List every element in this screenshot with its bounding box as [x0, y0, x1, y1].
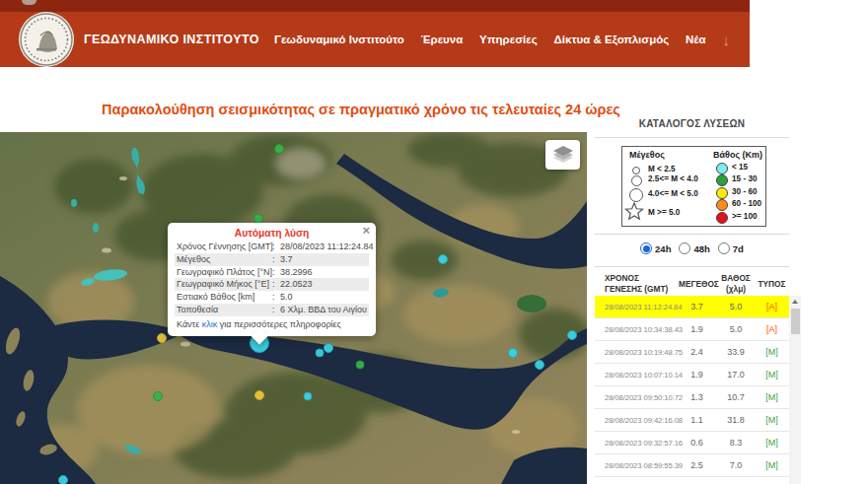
- earthquake-marker-cyan[interactable]: [59, 476, 68, 484]
- popup-more-info-link[interactable]: κλικ: [202, 319, 218, 329]
- cell-time: 28/08/2023 09:42:16.08: [605, 416, 683, 425]
- cell-time: 28/08/2023 09:50:10.72: [605, 393, 683, 402]
- popup-row-value: 6 Χλμ. ΒΒΔ του Αιγίου: [280, 304, 367, 316]
- popup-footer-text: για περισσότερες πληροφορίες: [217, 319, 341, 329]
- cell-time: 28/08/2023 10:34:38.43: [605, 325, 683, 334]
- table-row[interactable]: 28/08/2023 10:34:38.431.95.0[A]: [595, 318, 789, 341]
- radio-7d[interactable]: [718, 242, 730, 254]
- legend-depth-dot: [716, 199, 728, 211]
- cell-depth: 8.3: [715, 438, 757, 448]
- popup-row-colon: :: [272, 266, 280, 279]
- earthquake-marker-green[interactable]: [154, 392, 163, 401]
- popup-row: Τοποθεσία:6 Χλμ. ΒΒΔ του Αιγίου: [175, 304, 369, 316]
- cell-type: [M]: [757, 460, 787, 470]
- radio-48h[interactable]: [679, 242, 690, 254]
- cell-magnitude: 1.9: [679, 370, 715, 380]
- divider: [595, 234, 789, 235]
- popup-row-colon: :: [272, 241, 280, 253]
- scrollbar-up-arrow-icon[interactable]: [789, 296, 801, 308]
- popup-row-colon: :: [272, 291, 280, 304]
- earthquake-marker-cyan[interactable]: [509, 349, 518, 358]
- nav-item-1[interactable]: Γεωδυναμικό Ινστιτούτο: [274, 34, 404, 45]
- nav-scroll-down-arrow-icon[interactable]: ↓: [722, 32, 730, 48]
- cell-type: [A]: [757, 324, 787, 334]
- cell-type: [M]: [757, 347, 787, 357]
- page: ΓΕΩΔΥΝΑΜΙΚΟ ΙΝΣΤΙΤΟΥΤΟ Γεωδυναμικό Ινστι…: [0, 0, 868, 484]
- earthquake-marker-cyan[interactable]: [316, 349, 324, 357]
- cell-type: [M]: [757, 370, 787, 380]
- nav-item-5[interactable]: Νέα: [686, 34, 706, 45]
- nav-item-3[interactable]: Υπηρεσίες: [479, 34, 538, 45]
- popup-row: Χρόνος Γέννησης [GMT]:28/08/2023 11:12:2…: [175, 241, 369, 253]
- cell-depth: 5.0: [715, 302, 757, 311]
- popup-row-label: Χρόνος Γέννησης [GMT]: [177, 241, 272, 253]
- time-filter-7d[interactable]: 7d: [718, 242, 744, 254]
- popup-row-colon: :: [272, 278, 280, 291]
- map-layers-control[interactable]: [545, 140, 580, 170]
- cell-depth: 33.9: [715, 347, 757, 357]
- table-row[interactable]: 28/08/2023 09:50:10.721.310.7[M]: [595, 386, 789, 409]
- popup-row: Μέγεθος:3.7: [175, 253, 369, 266]
- nav-item-4[interactable]: Δίκτυα & Εξοπλισμός: [554, 34, 670, 45]
- table-row[interactable]: 28/08/2023 08:59:55.392.57.0[M]: [595, 454, 789, 477]
- earthquake-marker-green[interactable]: [356, 361, 364, 369]
- cell-depth: 5.0: [715, 324, 757, 334]
- earthquake-marker-cyan[interactable]: [568, 331, 577, 340]
- legend-depth-dot: [716, 174, 728, 186]
- earthquake-marker-cyan[interactable]: [439, 255, 448, 264]
- popup-row-value: 3.7: [280, 253, 293, 266]
- time-filter-label: 7d: [733, 243, 744, 254]
- time-filter-label: 48h: [693, 243, 709, 254]
- legend-depth-dot: [716, 187, 728, 199]
- popup-footer-text: Κάντε: [177, 319, 202, 329]
- page-title: Παρακολούθηση σεισμικότητας σε πραγματικ…: [0, 102, 722, 117]
- earthquake-marker-cyan[interactable]: [304, 392, 312, 400]
- cell-magnitude: 1.9: [679, 324, 715, 334]
- seismicity-map[interactable]: × Αυτόματη λύση Χρόνος Γέννησης [GMT]:28…: [0, 132, 587, 484]
- cell-type: [M]: [757, 392, 787, 402]
- earthquake-marker-cyan[interactable]: [325, 344, 333, 353]
- cell-depth: 17.0: [715, 370, 757, 380]
- earthquake-marker-cyan[interactable]: [536, 361, 544, 370]
- popup-row-value: 22.0523: [280, 278, 313, 291]
- popup-footer: Κάντε κλικ για περισσότερες πληροφορίες: [175, 316, 369, 331]
- table-row[interactable]: 28/08/2023 10:07:10.141.917.0[M]: [595, 364, 789, 386]
- table-scrollbar[interactable]: [789, 296, 801, 484]
- nav-item-2[interactable]: Έρευνα: [421, 34, 464, 45]
- legend-star-label: M >= 5.0: [648, 208, 680, 217]
- cell-type: [M]: [757, 438, 787, 448]
- cell-time: 28/08/2023 08:59:55.39: [605, 461, 683, 470]
- cell-type: [A]: [757, 302, 787, 311]
- time-filter-48h[interactable]: 48h: [679, 242, 709, 254]
- col-header-depth: ΒΑΘΟΣ (χλμ): [715, 273, 757, 294]
- table-row[interactable]: 28/08/2023 08:55:41.751.414.0[M]: [595, 477, 789, 484]
- legend-depth-label: < 15: [732, 163, 748, 172]
- institute-seal-logo[interactable]: [19, 12, 74, 67]
- cell-magnitude: 0.6: [679, 438, 715, 448]
- legend-depth-dot: [716, 212, 728, 224]
- earthquake-marker-yellow[interactable]: [255, 391, 264, 400]
- table-row[interactable]: 28/08/2023 11:12:24.843.75.0[A]: [595, 296, 789, 318]
- cell-magnitude: 2.4: [679, 347, 715, 357]
- popup-close-icon[interactable]: ×: [362, 224, 370, 237]
- time-filter-label: 24h: [655, 243, 671, 254]
- legend-depth-label: 15 - 30: [732, 174, 758, 183]
- table-row[interactable]: 28/08/2023 09:42:16.081.131.8[M]: [595, 409, 789, 432]
- cell-time: 28/08/2023 11:12:24.84: [605, 303, 682, 311]
- earthquake-marker-yellow[interactable]: [158, 334, 167, 343]
- table-header: ΧΡΟΝΟΣ ΓΕΝΕΣΗΣ (GMT) ΜΕΓΕΘΟΣ ΒΑΘΟΣ (χλμ)…: [595, 270, 789, 297]
- time-filter-group: 24h48h7d: [595, 241, 789, 256]
- legend-magnitude-label: 2.5<= M < 4.0: [648, 174, 698, 183]
- popup-row-value: 38.2996: [280, 266, 313, 279]
- radio-24h-selected[interactable]: [640, 242, 652, 254]
- popup-row-label: Εστιακό Βάθος [km]: [177, 291, 272, 304]
- table-row[interactable]: 28/08/2023 09:32:57.160.68.3[M]: [595, 432, 789, 454]
- scrollbar-thumb[interactable]: [791, 309, 800, 334]
- brand-title[interactable]: ΓΕΩΔΥΝΑΜΙΚΟ ΙΝΣΤΙΤΟΥΤΟ: [84, 12, 259, 67]
- col-header-magnitude: ΜΕΓΕΘΟΣ: [679, 279, 715, 290]
- earthquake-marker-green[interactable]: [275, 145, 284, 154]
- time-filter-24h[interactable]: 24h: [640, 242, 671, 254]
- divider: [595, 266, 789, 267]
- main-navbar: ΓΕΩΔΥΝΑΜΙΚΟ ΙΝΣΤΙΤΟΥΤΟ Γεωδυναμικό Ινστι…: [0, 12, 750, 67]
- table-row[interactable]: 28/08/2023 10:19:48.752.433.9[M]: [595, 341, 789, 364]
